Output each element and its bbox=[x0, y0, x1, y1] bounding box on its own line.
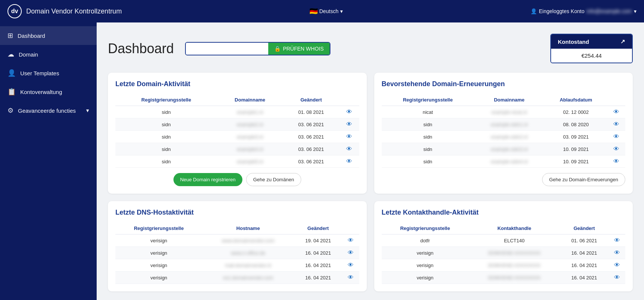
domain-cell: example3.nl bbox=[217, 131, 282, 143]
contact-activity-title: Letzte Kontakthandle-Aktivität bbox=[382, 209, 626, 216]
sidebar-item-domain[interactable]: ☁ Domain bbox=[0, 45, 97, 64]
date-cell: 02. 12 0002 bbox=[544, 106, 607, 118]
contact-activity-card: Letzte Kontakthandle-Aktivität Registgri… bbox=[374, 201, 633, 291]
page-title: Dashboard bbox=[108, 41, 174, 57]
domain-activity-footer: Neue Domain registrieren Gehe zu Domänen bbox=[115, 173, 359, 186]
view-icon[interactable]: 👁 bbox=[613, 133, 619, 140]
cloud-icon: ☁ bbox=[7, 50, 14, 58]
table-row: dotfr ELCT140 01. 06 2021 👁 bbox=[382, 234, 626, 247]
sidebar-item-user-templates[interactable]: 👤 User Templates bbox=[0, 64, 97, 82]
lock-icon: 🔒 bbox=[274, 46, 281, 52]
domain-cell: example2.nl bbox=[217, 118, 282, 131]
contact-activity-table: Registgrierungsstelle Kontakthandle Geän… bbox=[382, 222, 626, 284]
view-icon[interactable]: 👁 bbox=[614, 274, 620, 281]
account-label: Eingeloggtes Konto bbox=[539, 8, 584, 14]
reg-cell: dotfr bbox=[382, 234, 469, 247]
goto-renewals-button[interactable]: Gehe zu Domain-Erneuerungen bbox=[542, 173, 625, 186]
sidebar-label-kontoverwaltung: Kontoverwaltung bbox=[20, 89, 62, 95]
view-icon[interactable]: 👁 bbox=[346, 109, 352, 115]
col-registrierung: Registgrierungsstelle bbox=[115, 222, 202, 234]
date-cell: 16. 04 2021 bbox=[560, 272, 608, 284]
view-icon[interactable]: 👁 bbox=[613, 158, 619, 164]
view-icon[interactable]: 👁 bbox=[614, 249, 620, 256]
host-cell: mail.domainvendor.nl bbox=[202, 259, 294, 272]
reg-cell: sidn bbox=[115, 155, 217, 168]
date-cell: 16. 04 2021 bbox=[294, 247, 342, 259]
logo: dv bbox=[7, 4, 22, 18]
app-title: Domain Vendor Kontrollzentrum bbox=[26, 7, 122, 15]
bottom-cards-row: Letzte DNS-Hostaktivität Registgrierungs… bbox=[108, 201, 633, 291]
reg-cell: verisign bbox=[382, 272, 469, 284]
handle-cell: DOMVEND-XXXXXXXX bbox=[469, 272, 560, 284]
date-cell: 19. 04 2021 bbox=[294, 234, 342, 247]
topnav-center: 🇩🇪 Deutsch ▾ bbox=[309, 7, 342, 15]
date-cell: 16. 04 2021 bbox=[560, 247, 608, 259]
reg-cell: sidn bbox=[382, 118, 474, 131]
dashboard-icon: ⊞ bbox=[7, 31, 13, 40]
view-icon[interactable]: 👁 bbox=[348, 237, 354, 243]
kontoverwaltung-icon: 📋 bbox=[7, 88, 16, 96]
view-icon[interactable]: 👁 bbox=[613, 121, 619, 127]
view-icon[interactable]: 👁 bbox=[614, 262, 620, 268]
geavanceerde-icon: ⚙ bbox=[7, 106, 13, 115]
view-icon[interactable]: 👁 bbox=[348, 262, 354, 268]
view-icon[interactable]: 👁 bbox=[613, 109, 619, 115]
reg-cell: verisign bbox=[115, 272, 202, 284]
view-icon[interactable]: 👁 bbox=[348, 274, 354, 281]
reg-cell: sidn bbox=[115, 118, 217, 131]
view-icon[interactable]: 👁 bbox=[346, 158, 352, 164]
handle-cell: ELCT140 bbox=[469, 234, 560, 247]
domain-activity-table: Registgrierungsstelle Domainname Geänder… bbox=[115, 94, 359, 168]
domain-renewals-title: Bevorstehende Domain-Erneuerungen bbox=[382, 80, 626, 88]
date-cell: 03. 06 2021 bbox=[283, 131, 339, 143]
dns-activity-title: Letzte DNS-Hostaktivität bbox=[115, 209, 359, 216]
view-icon[interactable]: 👁 bbox=[346, 133, 352, 140]
view-icon[interactable]: 👁 bbox=[613, 146, 619, 152]
date-cell: 03. 09 2021 bbox=[544, 131, 607, 143]
reg-cell: verisign bbox=[115, 247, 202, 259]
date-cell: 10. 09 2021 bbox=[544, 155, 607, 168]
goto-domains-button[interactable]: Gehe zu Domänen bbox=[246, 173, 301, 186]
lang-label: Deutsch bbox=[319, 8, 338, 14]
domain-cell: example-sidn1.nl bbox=[474, 118, 544, 131]
whois-search-button[interactable]: 🔒 PRÜFEN WHOIS bbox=[268, 43, 330, 55]
reg-cell: verisign bbox=[115, 259, 202, 272]
domain-search-input[interactable] bbox=[186, 43, 268, 55]
user-icon: 👤 bbox=[530, 8, 537, 14]
account-user: info@example.com bbox=[587, 8, 632, 14]
domain-renewals-footer: Gehe zu Domain-Erneuerungen bbox=[382, 173, 626, 186]
reg-cell: sidn bbox=[382, 155, 474, 168]
register-domain-button[interactable]: Neue Domain registrieren bbox=[173, 173, 242, 186]
col-domainname: Domainname bbox=[217, 94, 282, 106]
date-cell: 16. 04 2021 bbox=[560, 259, 608, 272]
date-cell: 10. 09 2021 bbox=[544, 143, 607, 155]
reg-cell: sidn bbox=[382, 131, 474, 143]
date-cell: 03. 06 2021 bbox=[283, 155, 339, 168]
col-registrierung: Registgrierungsstelle bbox=[382, 222, 469, 234]
date-cell: 03. 06 2021 bbox=[283, 118, 339, 131]
view-icon[interactable]: 👁 bbox=[614, 237, 620, 243]
language-selector[interactable]: 🇩🇪 Deutsch ▾ bbox=[309, 7, 342, 15]
top-cards-row: Letzte Domain-Aktivität Registgrierungss… bbox=[108, 73, 633, 194]
user-templates-icon: 👤 bbox=[7, 69, 16, 77]
account-button[interactable]: 👤 Eingeloggtes Konto info@example.com ▾ bbox=[530, 8, 637, 14]
col-kontakthandle: Kontakthandle bbox=[469, 222, 560, 234]
chevron-down-icon: ▾ bbox=[634, 8, 637, 14]
view-icon[interactable]: 👁 bbox=[346, 146, 352, 152]
date-cell: 16. 04 2021 bbox=[294, 272, 342, 284]
view-icon[interactable]: 👁 bbox=[346, 121, 352, 127]
sidebar-item-dashboard[interactable]: ⊞ Dashboard bbox=[0, 26, 97, 45]
sidebar-item-geavanceerde[interactable]: ⚙ Geavanceerde functies ▾ bbox=[0, 101, 97, 120]
date-cell: 16. 04 2021 bbox=[294, 259, 342, 272]
sidebar: ⊞ Dashboard ☁ Domain 👤 User Templates 📋 … bbox=[0, 22, 97, 300]
domain-cell: example-nicat.nl bbox=[474, 106, 544, 118]
col-actions bbox=[608, 222, 625, 234]
table-row: sidn example-sidn3.nl 10. 09 2021 👁 bbox=[382, 143, 626, 155]
domain-cell: example1.nl bbox=[217, 106, 282, 118]
domain-renewals-table: Registgrierungsstelle Domainname Ablaufs… bbox=[382, 94, 626, 168]
sidebar-item-kontoverwaltung[interactable]: 📋 Kontoverwaltung bbox=[0, 82, 97, 101]
domain-cell: example-sidn4.nl bbox=[474, 155, 544, 168]
col-actions bbox=[342, 222, 359, 234]
handle-cell: DOMVEND-XXXXXXXX bbox=[469, 247, 560, 259]
view-icon[interactable]: 👁 bbox=[348, 249, 354, 256]
